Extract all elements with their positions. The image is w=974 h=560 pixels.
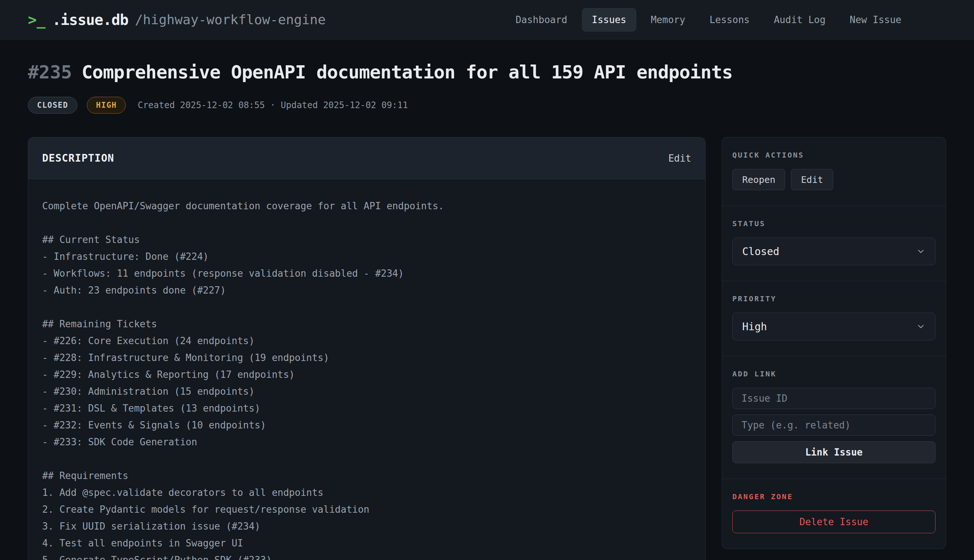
- description-heading: DESCRIPTION: [42, 152, 114, 164]
- nav-item-memory[interactable]: Memory: [642, 8, 695, 31]
- delete-issue-button[interactable]: Delete Issue: [732, 510, 936, 533]
- status-heading: STATUS: [732, 219, 936, 228]
- link-issue-button[interactable]: Link Issue: [732, 441, 936, 463]
- issue-detail-page: #235 Comprehensive OpenAPI documentation…: [0, 40, 974, 560]
- terminal-prompt-icon: >_: [28, 12, 45, 28]
- status-section: STATUS Closed: [722, 206, 946, 281]
- issue-number: #235: [28, 62, 72, 83]
- issue-sidebar: QUICK ACTIONS Reopen Edit STATUS Closed …: [722, 137, 946, 549]
- danger-zone-heading: DANGER ZONE: [732, 492, 936, 501]
- reopen-button[interactable]: Reopen: [732, 169, 785, 190]
- description-card: DESCRIPTION Edit Complete OpenAPI/Swagge…: [28, 137, 705, 560]
- nav-item-issues[interactable]: Issues: [582, 8, 636, 32]
- nav-item-dashboard[interactable]: Dashboard: [506, 8, 577, 31]
- status-badge: CLOSED: [28, 97, 77, 113]
- app-name: .issue.db: [52, 12, 129, 28]
- danger-zone-section: DANGER ZONE Delete Issue: [722, 479, 946, 548]
- main-nav: Dashboard Issues Memory Lessons Audit Lo…: [506, 8, 946, 32]
- add-link-heading: ADD LINK: [732, 370, 936, 378]
- edit-button[interactable]: Edit: [791, 169, 833, 190]
- top-navbar: >_ .issue.db /highway-workflow-engine Da…: [0, 0, 974, 40]
- issue-id-input[interactable]: [732, 388, 936, 409]
- nav-item-new-issue[interactable]: New Issue: [840, 8, 911, 31]
- priority-select[interactable]: High: [732, 313, 936, 340]
- chevron-down-icon: [916, 247, 926, 256]
- description-card-header: DESCRIPTION Edit: [28, 137, 705, 179]
- issue-title: Comprehensive OpenAPI documentation for …: [82, 62, 732, 83]
- status-select-value: Closed: [742, 245, 779, 258]
- nav-item-lessons[interactable]: Lessons: [700, 8, 760, 31]
- status-select[interactable]: Closed: [732, 237, 936, 265]
- issue-meta-row: CLOSED HIGH Created 2025-12-02 08:55 · U…: [28, 97, 946, 113]
- chevron-down-icon: [916, 322, 926, 331]
- priority-badge: HIGH: [87, 97, 126, 113]
- priority-select-value: High: [742, 321, 767, 333]
- created-updated-timestamps: Created 2025-12-02 08:55 · Updated 2025-…: [137, 100, 408, 110]
- link-type-input[interactable]: [732, 415, 936, 436]
- description-card-body: Complete OpenAPI/Swagger documentation c…: [28, 179, 705, 560]
- project-breadcrumb: /highway-workflow-engine: [135, 12, 326, 27]
- description-text: Complete OpenAPI/Swagger documentation c…: [42, 198, 691, 560]
- description-edit-button[interactable]: Edit: [668, 153, 691, 164]
- priority-section: PRIORITY High: [722, 281, 946, 356]
- add-link-section: ADD LINK Link Issue: [722, 356, 946, 479]
- quick-actions-section: QUICK ACTIONS Reopen Edit: [722, 137, 946, 206]
- app-logo[interactable]: >_ .issue.db /highway-workflow-engine: [28, 12, 326, 28]
- page-title: #235 Comprehensive OpenAPI documentation…: [28, 62, 946, 83]
- quick-actions-heading: QUICK ACTIONS: [732, 151, 936, 160]
- nav-item-audit-log[interactable]: Audit Log: [764, 8, 835, 31]
- priority-heading: PRIORITY: [732, 294, 936, 303]
